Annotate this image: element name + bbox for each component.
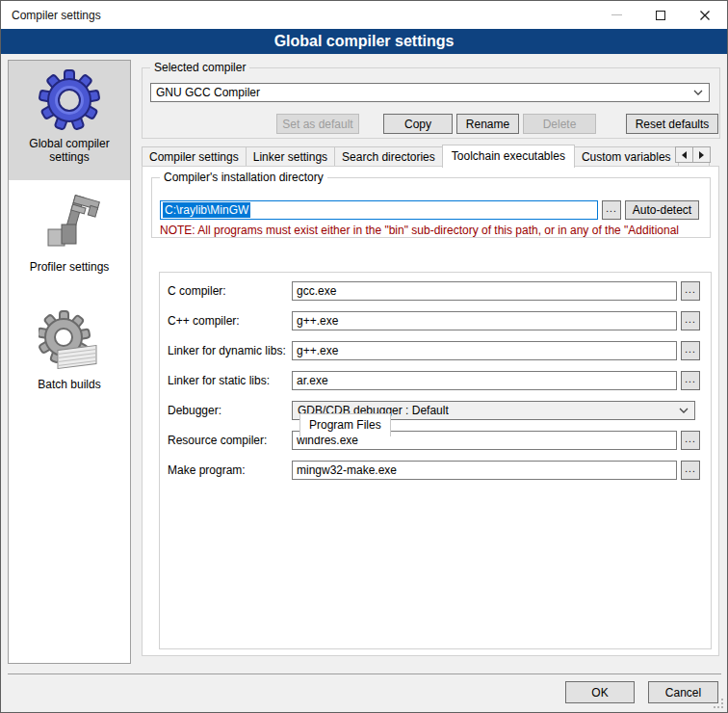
- tab-linker-settings[interactable]: Linker settings: [246, 146, 335, 167]
- installation-directory-input[interactable]: C:\raylib\MinGW: [160, 200, 598, 220]
- selected-text: C:\raylib\MinGW: [163, 202, 250, 218]
- chevron-down-icon: [693, 90, 703, 95]
- toolchain-executables-page: Compiler's installation directory C:\ray…: [142, 166, 719, 656]
- field-label: Linker for static libs:: [168, 371, 270, 390]
- field-browse-button[interactable]: ...: [681, 341, 700, 360]
- tab-custom-variables[interactable]: Custom variables: [574, 146, 679, 167]
- linker-dynamic-input[interactable]: [292, 341, 677, 360]
- cancel-button[interactable]: Cancel: [648, 681, 718, 703]
- browse-directory-button[interactable]: ...: [602, 200, 621, 220]
- field-label: C compiler:: [168, 281, 226, 301]
- cpp-compiler-input[interactable]: [292, 311, 677, 330]
- autodetect-button[interactable]: Auto-detect: [625, 200, 699, 220]
- arrow-left-icon: [682, 151, 687, 159]
- arrow-right-icon: [699, 151, 704, 159]
- sidebar-item-label: Global compiler settings: [9, 137, 130, 164]
- dialog-banner: Global compiler settings: [1, 29, 727, 54]
- selected-compiler-group: Selected compiler GNU GCC Compiler Set a…: [142, 67, 720, 139]
- tab-search-directories[interactable]: Search directories: [334, 146, 443, 167]
- field-browse-button[interactable]: ...: [681, 281, 700, 301]
- tab-scroll-buttons: [676, 146, 711, 163]
- ok-button[interactable]: OK: [565, 681, 635, 703]
- compiler-select[interactable]: GNU GCC Compiler: [150, 83, 710, 102]
- compiler-settings-dialog: Compiler settings Global compiler settin…: [0, 0, 728, 713]
- caliper-icon: [39, 193, 100, 254]
- minimize-icon: [611, 14, 622, 15]
- group-label: Selected compiler: [150, 61, 249, 75]
- titlebar[interactable]: Compiler settings: [1, 1, 727, 29]
- copy-button[interactable]: Copy: [383, 114, 453, 134]
- group-label: Compiler's installation directory: [160, 171, 327, 185]
- tab-program-files[interactable]: Program Files: [299, 413, 391, 436]
- make-program-input[interactable]: [292, 461, 677, 480]
- linker-static-input[interactable]: [292, 371, 677, 390]
- blue-gear-icon: [39, 69, 100, 131]
- reset-defaults-button[interactable]: Reset defaults: [626, 114, 718, 134]
- sidebar-item-label: Batch builds: [9, 378, 130, 391]
- field-browse-button[interactable]: ...: [681, 371, 700, 390]
- footer-divider: [8, 673, 721, 674]
- sidebar-item-label: Profiler settings: [9, 260, 130, 274]
- field-label: C++ compiler:: [168, 311, 240, 330]
- tab-toolchain-executables[interactable]: Toolchain executables: [442, 145, 575, 168]
- field-browse-button[interactable]: ...: [681, 311, 700, 330]
- set-as-default-button: Set as default: [276, 114, 359, 134]
- minimize-button: [594, 1, 638, 29]
- caption-buttons: [594, 1, 727, 29]
- field-label: Debugger:: [168, 401, 221, 420]
- field-browse-button[interactable]: ...: [681, 431, 700, 450]
- sidebar-item-batch-builds[interactable]: Batch builds: [9, 285, 130, 391]
- window-title: Compiler settings: [12, 9, 101, 22]
- tab-scroll-left-button[interactable]: [675, 146, 693, 163]
- c-compiler-input[interactable]: [292, 281, 677, 301]
- gray-gear-stack-icon: [39, 310, 100, 372]
- tab-compiler-settings[interactable]: Compiler settings: [142, 146, 247, 167]
- close-icon: [699, 10, 711, 21]
- tab-scroll-right-button[interactable]: [692, 146, 711, 163]
- resize-grip[interactable]: [715, 700, 723, 708]
- bin-subdirectory-note: NOTE: All programs must exist either in …: [160, 224, 707, 238]
- installation-directory-group: Compiler's installation directory C:\ray…: [151, 177, 711, 238]
- field-label: Make program:: [168, 461, 246, 480]
- compiler-select-value: GNU GCC Compiler: [156, 86, 260, 99]
- rename-button[interactable]: Rename: [456, 114, 519, 134]
- settings-category-list: Global compiler settings Profiler settin…: [8, 60, 131, 664]
- field-label: Resource compiler:: [168, 431, 267, 450]
- maximize-button[interactable]: [638, 1, 683, 29]
- program-files-page: C compiler: ... C++ compiler: ... Linker…: [159, 272, 712, 649]
- field-browse-button[interactable]: ...: [681, 461, 700, 480]
- sidebar-item-profiler-settings[interactable]: Profiler settings: [9, 180, 130, 285]
- delete-button: Delete: [523, 114, 596, 134]
- chevron-down-icon: [679, 408, 689, 413]
- compiler-settings-tabs: Compiler settings Linker settings Search…: [142, 144, 710, 167]
- close-button[interactable]: [683, 1, 727, 29]
- field-label: Linker for dynamic libs:: [168, 341, 286, 360]
- maximize-icon: [656, 11, 665, 20]
- sidebar-item-global-compiler-settings[interactable]: Global compiler settings: [9, 61, 130, 180]
